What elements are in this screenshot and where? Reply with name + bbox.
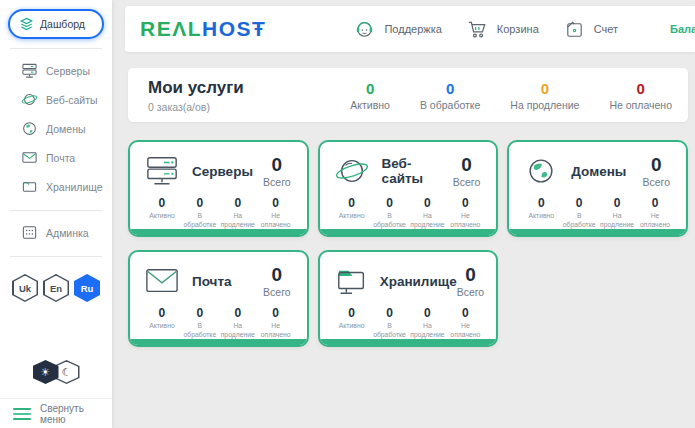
planet-icon xyxy=(333,153,373,189)
globe-icon xyxy=(522,153,562,189)
stat-processing: 0В обработке xyxy=(560,196,598,229)
cart-icon xyxy=(466,17,490,41)
sidebar-item-label: Хранилище xyxy=(46,181,103,193)
service-card-title: Домены xyxy=(571,164,626,179)
mail-icon xyxy=(143,263,183,299)
hamburger-icon xyxy=(13,408,31,420)
collapse-menu-label: Свернуть меню xyxy=(40,403,112,425)
stat-unpaid: 0Не оплачено xyxy=(257,196,295,229)
stat-processing: 0В обработке xyxy=(371,196,409,229)
support-button[interactable]: Поддержка xyxy=(353,17,441,41)
orders-count: 0 заказ(а/ов) xyxy=(148,101,244,113)
account-label: Счет xyxy=(594,23,618,35)
balance-link[interactable]: Баланс xyxy=(670,23,695,35)
support-label: Поддержка xyxy=(384,23,441,35)
service-cards-grid: Серверы 0 Всего 0Активно 0В обработке 0Н… xyxy=(128,140,688,347)
summary-stats: 0 Активно 0 В обработке 0 На продление 0… xyxy=(350,80,672,111)
card-progress-strip xyxy=(320,339,497,345)
stat-processing: 0В обработке xyxy=(371,306,409,339)
service-card-total: 0 Всего xyxy=(642,155,674,188)
sun-icon[interactable]: ☀ xyxy=(33,360,59,384)
sidebar-item-label: Админка xyxy=(46,227,89,239)
server-icon xyxy=(21,62,38,79)
sidebar-divider xyxy=(10,48,102,49)
cart-label: Корзина xyxy=(497,23,539,35)
wallet-icon xyxy=(563,17,587,41)
stat-active: 0Активно xyxy=(333,196,371,229)
stat-renewal: 0На продление xyxy=(408,196,446,229)
stat-active: 0Активно xyxy=(522,196,560,229)
sidebar-divider xyxy=(10,256,102,257)
support-icon xyxy=(353,17,377,41)
service-card-total: 0 Всего xyxy=(457,265,489,298)
sidebar-item-label: Серверы xyxy=(46,65,90,77)
sidebar-item-dashboard[interactable]: Дашборд xyxy=(8,9,104,39)
stat-active: 0 Активно xyxy=(350,80,390,111)
stat-active: 0Активно xyxy=(333,306,371,339)
sidebar: Дашборд Серверы Веб-сайты xyxy=(0,0,112,428)
stat-unpaid: 0Не оплачено xyxy=(446,306,484,339)
top-actions: Поддержка Корзина xyxy=(353,17,695,41)
sidebar-item-websites[interactable]: Веб-сайты xyxy=(0,85,112,114)
layers-icon xyxy=(19,17,34,32)
theme-toggle[interactable]: ☀ ☾ xyxy=(0,360,112,384)
summary-text: Мои услуги 0 заказ(а/ов) xyxy=(148,78,244,113)
storage-icon xyxy=(333,263,371,299)
service-card-mail[interactable]: Почта 0 Всего 0Активно 0В обработке 0На … xyxy=(128,250,309,347)
service-card-storage[interactable]: Хранилище 0 Всего 0Активно 0В обработке … xyxy=(318,250,499,347)
sidebar-item-mail[interactable]: Почта xyxy=(0,143,112,172)
stat-unpaid: 0 Не оплачено xyxy=(609,80,672,111)
collapse-menu-button[interactable]: Свернуть меню xyxy=(0,398,112,428)
card-progress-strip xyxy=(130,229,307,235)
card-progress-strip xyxy=(130,339,307,345)
stat-processing: 0В обработке xyxy=(181,306,219,339)
stat-processing: 0 В обработке xyxy=(420,80,480,111)
planet-icon xyxy=(21,91,38,108)
language-switcher: Uk En Ru xyxy=(0,274,112,302)
storage-icon xyxy=(21,178,38,195)
sidebar-item-label: Почта xyxy=(46,152,75,164)
stat-renewal: 0На продление xyxy=(219,306,257,339)
realhost-logo[interactable]: REΛLHOSŦ xyxy=(140,17,266,41)
sidebar-item-label: Домены xyxy=(46,123,85,135)
service-card-servers[interactable]: Серверы 0 Всего 0Активно 0В обработке 0Н… xyxy=(128,140,309,237)
page-title: Мои услуги xyxy=(148,78,244,98)
stat-unpaid: 0Не оплачено xyxy=(257,306,295,339)
main-area: REΛLHOSŦ Поддержка xyxy=(112,0,695,428)
top-bar: REΛLHOSŦ Поддержка xyxy=(125,6,695,52)
globe-icon xyxy=(21,120,38,137)
admin-icon xyxy=(21,224,38,241)
mail-icon xyxy=(21,149,38,166)
service-card-total: 0 Всего xyxy=(263,265,295,298)
language-en-button[interactable]: En xyxy=(43,274,69,302)
stat-renewal: 0На продление xyxy=(408,306,446,339)
stat-active: 0Активно xyxy=(143,306,181,339)
cart-button[interactable]: Корзина xyxy=(466,17,539,41)
service-card-title: Веб-сайты xyxy=(382,156,453,186)
stat-active: 0Активно xyxy=(143,196,181,229)
service-card-total: 0 Всего xyxy=(453,155,485,188)
sidebar-item-domains[interactable]: Домены xyxy=(0,114,112,143)
sidebar-item-storage[interactable]: Хранилище xyxy=(0,172,112,201)
service-card-title: Серверы xyxy=(192,164,253,179)
sidebar-item-label: Веб-сайты xyxy=(46,94,98,106)
my-services-summary-card: Мои услуги 0 заказ(а/ов) 0 Активно 0 В о… xyxy=(128,68,688,122)
stat-renewal: 0На продление xyxy=(598,196,636,229)
service-card-title: Хранилище xyxy=(380,274,457,289)
stat-unpaid: 0Не оплачено xyxy=(636,196,674,229)
sidebar-divider xyxy=(10,210,102,211)
language-ru-button[interactable]: Ru xyxy=(74,274,100,302)
server-icon xyxy=(143,153,183,189)
service-card-websites[interactable]: Веб-сайты 0 Всего 0Активно 0В обработке … xyxy=(318,140,499,237)
service-card-domains[interactable]: Домены 0 Всего 0Активно 0В обработке 0На… xyxy=(507,140,688,237)
sidebar-item-servers[interactable]: Серверы xyxy=(0,56,112,85)
account-button[interactable]: Счет xyxy=(563,17,618,41)
sidebar-item-label: Дашборд xyxy=(40,18,85,30)
card-progress-strip xyxy=(320,229,497,235)
service-card-total: 0 Всего xyxy=(263,155,295,188)
card-progress-strip xyxy=(509,229,686,235)
service-card-title: Почта xyxy=(192,274,232,289)
stat-unpaid: 0Не оплачено xyxy=(446,196,484,229)
sidebar-item-admin[interactable]: Админка xyxy=(0,218,112,247)
language-uk-button[interactable]: Uk xyxy=(12,274,38,302)
